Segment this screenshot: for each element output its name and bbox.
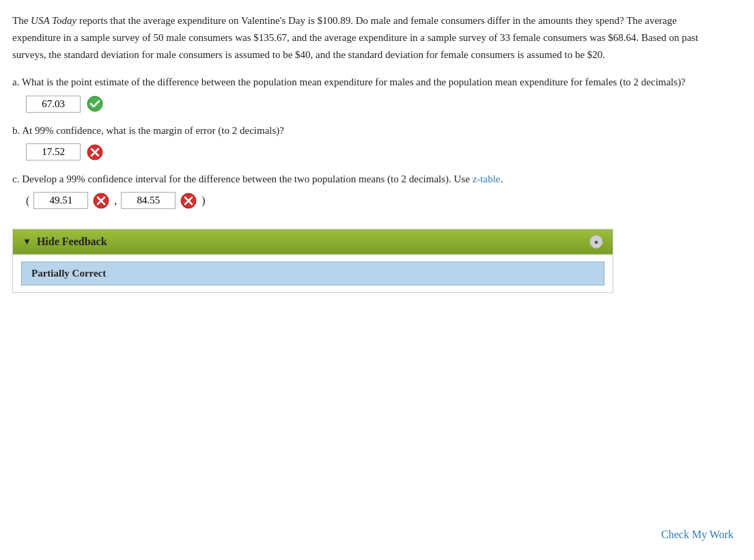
question-b-prefix: b. xyxy=(12,125,20,136)
question-a-block: a. What is the point estimate of the dif… xyxy=(12,74,725,113)
comma: , xyxy=(114,195,117,207)
question-c-prefix: c. xyxy=(12,173,19,184)
question-a-text: What is the point estimate of the differ… xyxy=(22,76,686,87)
wrong-icon-c-low xyxy=(92,192,110,210)
feedback-close-icon: ● xyxy=(594,238,599,246)
check-my-work-container: Check My Work xyxy=(661,529,734,541)
question-b-text: At 99% confidence, what is the margin of… xyxy=(22,125,284,136)
question-a-prefix: a. xyxy=(12,76,19,87)
feedback-arrow-icon: ▼ xyxy=(23,236,31,247)
feedback-section: ▼ Hide Feedback ● Partially Correct xyxy=(12,229,613,293)
feedback-status-bar: Partially Correct xyxy=(21,262,604,285)
feedback-close-button[interactable]: ● xyxy=(589,235,603,249)
wrong-icon-c-high xyxy=(180,192,197,210)
feedback-header[interactable]: ▼ Hide Feedback ● xyxy=(13,229,613,254)
question-c-text-end: . xyxy=(500,173,503,184)
open-paren: ( xyxy=(26,195,29,207)
wrong-icon-b xyxy=(86,143,104,161)
problem-text: The USA Today reports that the average e… xyxy=(12,12,725,63)
question-c-text-before: Develop a 99% confidence interval for th… xyxy=(22,173,472,184)
question-c-answer-row: ( , ) xyxy=(26,192,725,210)
close-paren: ) xyxy=(201,195,205,207)
question-b-label: b. At 99% confidence, what is the margin… xyxy=(12,122,725,139)
feedback-status-text: Partially Correct xyxy=(31,268,106,279)
correct-icon xyxy=(86,95,104,113)
question-c-label: c. Develop a 99% confidence interval for… xyxy=(12,171,725,188)
question-a-answer-row xyxy=(26,95,725,113)
question-c-input-low[interactable] xyxy=(33,192,88,209)
check-my-work-button[interactable]: Check My Work xyxy=(661,529,734,541)
question-a-input[interactable] xyxy=(26,96,81,113)
question-c-block: c. Develop a 99% confidence interval for… xyxy=(12,171,725,210)
svg-point-0 xyxy=(87,96,102,111)
z-table-link[interactable]: z-table xyxy=(473,173,501,184)
feedback-header-title: ▼ Hide Feedback xyxy=(23,236,107,248)
question-a-label: a. What is the point estimate of the dif… xyxy=(12,74,725,91)
question-b-input[interactable] xyxy=(26,143,81,160)
feedback-toggle-label: Hide Feedback xyxy=(37,236,107,248)
question-b-block: b. At 99% confidence, what is the margin… xyxy=(12,122,725,161)
question-b-answer-row xyxy=(26,143,725,161)
feedback-body: Partially Correct xyxy=(13,254,613,292)
question-c-input-high[interactable] xyxy=(121,192,176,209)
